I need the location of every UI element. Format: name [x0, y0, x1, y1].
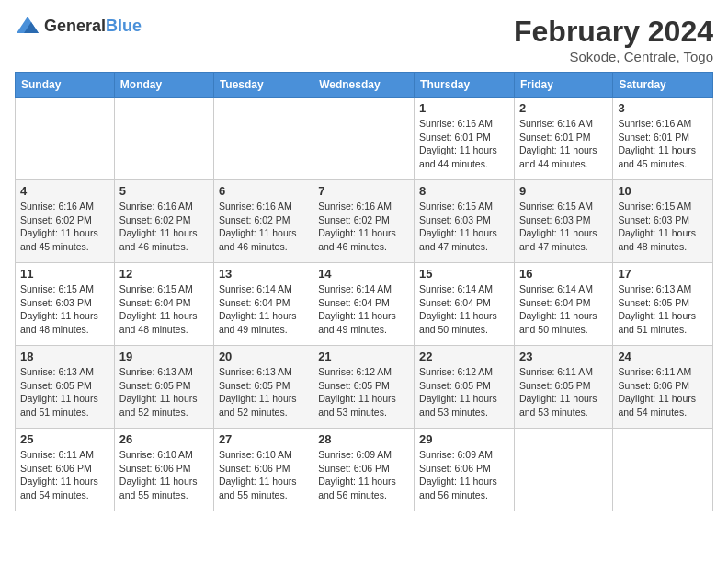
day-info: Sunrise: 6:15 AM Sunset: 6:03 PM Dayligh…	[618, 200, 708, 254]
day-number: 15	[419, 267, 509, 281]
week-row-4: 18Sunrise: 6:13 AM Sunset: 6:05 PM Dayli…	[16, 346, 713, 429]
day-number: 12	[119, 267, 209, 281]
day-number: 25	[20, 432, 109, 446]
calendar-cell: 3Sunrise: 6:16 AM Sunset: 6:01 PM Daylig…	[613, 98, 713, 180]
day-info: Sunrise: 6:11 AM Sunset: 6:06 PM Dayligh…	[20, 448, 109, 502]
day-info: Sunrise: 6:14 AM Sunset: 6:04 PM Dayligh…	[519, 282, 608, 337]
day-number: 9	[519, 184, 608, 198]
day-info: Sunrise: 6:16 AM Sunset: 6:02 PM Dayligh…	[318, 200, 409, 254]
day-info: Sunrise: 6:15 AM Sunset: 6:04 PM Dayligh…	[119, 282, 209, 337]
day-headers: SundayMondayTuesdayWednesdayThursdayFrid…	[16, 73, 713, 98]
day-info: Sunrise: 6:16 AM Sunset: 6:01 PM Dayligh…	[519, 117, 608, 171]
day-info: Sunrise: 6:12 AM Sunset: 6:05 PM Dayligh…	[318, 365, 409, 419]
calendar-cell: 11Sunrise: 6:15 AM Sunset: 6:03 PM Dayli…	[16, 263, 115, 346]
day-number: 1	[419, 101, 509, 115]
day-number: 3	[618, 101, 708, 115]
day-number: 13	[219, 267, 308, 281]
calendar-cell: 29Sunrise: 6:09 AM Sunset: 6:06 PM Dayli…	[415, 429, 515, 511]
day-info: Sunrise: 6:09 AM Sunset: 6:06 PM Dayligh…	[419, 448, 509, 502]
day-info: Sunrise: 6:15 AM Sunset: 6:03 PM Dayligh…	[519, 200, 608, 254]
day-number: 8	[419, 184, 509, 198]
day-header-saturday: Saturday	[613, 73, 713, 98]
day-info: Sunrise: 6:13 AM Sunset: 6:05 PM Dayligh…	[119, 365, 209, 419]
calendar-table: SundayMondayTuesdayWednesdayThursdayFrid…	[15, 72, 713, 511]
calendar-cell: 17Sunrise: 6:13 AM Sunset: 6:05 PM Dayli…	[613, 263, 713, 346]
day-number: 23	[519, 350, 608, 363]
calendar-cell: 21Sunrise: 6:12 AM Sunset: 6:05 PM Dayli…	[313, 346, 415, 429]
calendar-cell: 20Sunrise: 6:13 AM Sunset: 6:05 PM Dayli…	[213, 346, 313, 429]
day-header-friday: Friday	[514, 73, 612, 98]
day-number: 28	[318, 432, 409, 446]
calendar-cell: 22Sunrise: 6:12 AM Sunset: 6:05 PM Dayli…	[415, 346, 515, 429]
page-subtitle: Sokode, Centrale, Togo	[514, 49, 713, 64]
day-info: Sunrise: 6:14 AM Sunset: 6:04 PM Dayligh…	[419, 282, 509, 337]
day-number: 6	[219, 184, 308, 198]
calendar-cell: 23Sunrise: 6:11 AM Sunset: 6:05 PM Dayli…	[514, 346, 612, 429]
calendar-cell	[613, 429, 713, 511]
calendar-cell: 10Sunrise: 6:15 AM Sunset: 6:03 PM Dayli…	[613, 180, 713, 263]
calendar-cell: 4Sunrise: 6:16 AM Sunset: 6:02 PM Daylig…	[16, 180, 115, 263]
day-number: 16	[519, 267, 608, 281]
day-number: 17	[618, 267, 708, 281]
calendar-cell	[313, 98, 415, 180]
day-info: Sunrise: 6:13 AM Sunset: 6:05 PM Dayligh…	[618, 282, 708, 337]
calendar-cell: 9Sunrise: 6:15 AM Sunset: 6:03 PM Daylig…	[514, 180, 612, 263]
week-row-1: 1Sunrise: 6:16 AM Sunset: 6:01 PM Daylig…	[16, 98, 713, 180]
calendar-cell: 18Sunrise: 6:13 AM Sunset: 6:05 PM Dayli…	[16, 346, 115, 429]
calendar-cell: 1Sunrise: 6:16 AM Sunset: 6:01 PM Daylig…	[415, 98, 515, 180]
day-info: Sunrise: 6:09 AM Sunset: 6:06 PM Dayligh…	[318, 448, 409, 502]
week-row-3: 11Sunrise: 6:15 AM Sunset: 6:03 PM Dayli…	[16, 263, 713, 346]
day-number: 22	[419, 350, 509, 363]
day-info: Sunrise: 6:11 AM Sunset: 6:05 PM Dayligh…	[519, 365, 608, 419]
day-number: 4	[20, 184, 109, 198]
calendar-cell	[114, 98, 213, 180]
day-info: Sunrise: 6:14 AM Sunset: 6:04 PM Dayligh…	[219, 282, 308, 337]
day-header-wednesday: Wednesday	[313, 73, 415, 98]
week-row-5: 25Sunrise: 6:11 AM Sunset: 6:06 PM Dayli…	[16, 429, 713, 511]
calendar-cell: 8Sunrise: 6:15 AM Sunset: 6:03 PM Daylig…	[415, 180, 515, 263]
day-header-monday: Monday	[114, 73, 213, 98]
calendar-cell: 13Sunrise: 6:14 AM Sunset: 6:04 PM Dayli…	[213, 263, 313, 346]
day-header-tuesday: Tuesday	[213, 73, 313, 98]
day-number: 24	[618, 350, 708, 363]
day-info: Sunrise: 6:10 AM Sunset: 6:06 PM Dayligh…	[219, 448, 308, 502]
calendar-cell: 15Sunrise: 6:14 AM Sunset: 6:04 PM Dayli…	[415, 263, 515, 346]
logo-text: General	[44, 17, 106, 35]
day-info: Sunrise: 6:15 AM Sunset: 6:03 PM Dayligh…	[419, 200, 509, 254]
calendar-cell	[16, 98, 115, 180]
logo-icon	[15, 15, 40, 37]
calendar-cell: 2Sunrise: 6:16 AM Sunset: 6:01 PM Daylig…	[514, 98, 612, 180]
day-number: 21	[318, 350, 409, 363]
day-number: 11	[20, 267, 109, 281]
calendar-cell	[514, 429, 612, 511]
calendar-cell: 5Sunrise: 6:16 AM Sunset: 6:02 PM Daylig…	[114, 180, 213, 263]
day-info: Sunrise: 6:16 AM Sunset: 6:01 PM Dayligh…	[618, 117, 708, 171]
day-info: Sunrise: 6:16 AM Sunset: 6:01 PM Dayligh…	[419, 117, 509, 171]
day-number: 18	[20, 350, 109, 363]
calendar-cell: 28Sunrise: 6:09 AM Sunset: 6:06 PM Dayli…	[313, 429, 415, 511]
day-info: Sunrise: 6:16 AM Sunset: 6:02 PM Dayligh…	[219, 200, 308, 254]
calendar-cell: 25Sunrise: 6:11 AM Sunset: 6:06 PM Dayli…	[16, 429, 115, 511]
calendar-cell: 6Sunrise: 6:16 AM Sunset: 6:02 PM Daylig…	[213, 180, 313, 263]
day-header-sunday: Sunday	[16, 73, 115, 98]
page-title: February 2024	[514, 15, 713, 49]
day-info: Sunrise: 6:12 AM Sunset: 6:05 PM Dayligh…	[419, 365, 509, 419]
logo: GeneralBlue	[15, 15, 142, 37]
day-info: Sunrise: 6:11 AM Sunset: 6:06 PM Dayligh…	[618, 365, 708, 419]
day-number: 19	[119, 350, 209, 363]
week-row-2: 4Sunrise: 6:16 AM Sunset: 6:02 PM Daylig…	[16, 180, 713, 263]
day-number: 2	[519, 101, 608, 115]
day-header-thursday: Thursday	[415, 73, 515, 98]
day-info: Sunrise: 6:13 AM Sunset: 6:05 PM Dayligh…	[20, 365, 109, 419]
calendar-cell: 24Sunrise: 6:11 AM Sunset: 6:06 PM Dayli…	[613, 346, 713, 429]
calendar-cell: 27Sunrise: 6:10 AM Sunset: 6:06 PM Dayli…	[213, 429, 313, 511]
title-area: February 2024 Sokode, Centrale, Togo	[514, 15, 713, 64]
logo-blue: Blue	[106, 17, 142, 35]
day-number: 20	[219, 350, 308, 363]
day-info: Sunrise: 6:16 AM Sunset: 6:02 PM Dayligh…	[119, 200, 209, 254]
day-info: Sunrise: 6:10 AM Sunset: 6:06 PM Dayligh…	[119, 448, 209, 502]
day-number: 29	[419, 432, 509, 446]
calendar-cell: 7Sunrise: 6:16 AM Sunset: 6:02 PM Daylig…	[313, 180, 415, 263]
day-number: 27	[219, 432, 308, 446]
calendar-cell: 14Sunrise: 6:14 AM Sunset: 6:04 PM Dayli…	[313, 263, 415, 346]
